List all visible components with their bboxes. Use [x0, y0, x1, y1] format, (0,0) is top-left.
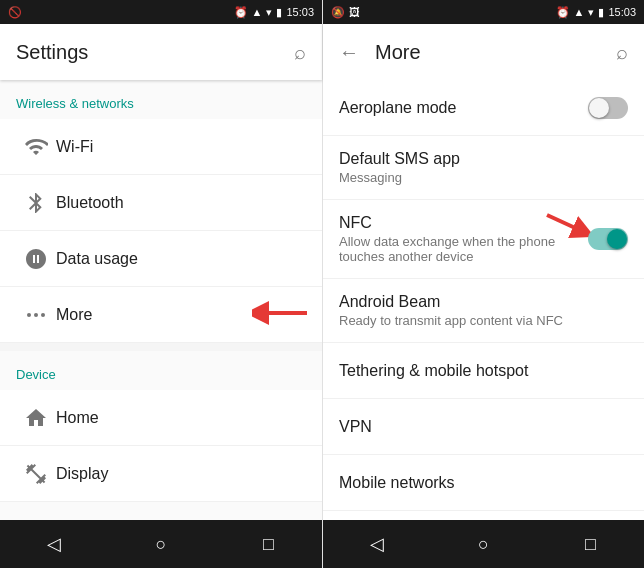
settings-item-mobile[interactable]: Mobile networks	[323, 455, 644, 511]
home-label: Home	[56, 409, 99, 427]
left-nav-bar: ◁ ○ □	[0, 520, 322, 568]
left-status-bar: 🚫 ⏰ ▲ ▾ ▮ 15:03	[0, 0, 322, 24]
menu-item-bluetooth[interactable]: Bluetooth	[0, 175, 322, 231]
settings-item-beam[interactable]: Android Beam Ready to transmit app conte…	[323, 279, 644, 343]
display-label: Display	[56, 465, 108, 483]
sms-title: Default SMS app	[339, 150, 628, 168]
more-label: More	[56, 306, 92, 324]
right-panel: 🔕 🖼 ⏰ ▲ ▾ ▮ 15:03 ← More ⌕ Aeroplane mod…	[322, 0, 644, 568]
menu-item-display[interactable]: Display	[0, 446, 322, 502]
left-content: Wireless & networks Wi-Fi Bluetooth	[0, 80, 322, 520]
right-signal-icon: ▲	[574, 6, 585, 18]
right-recents-nav-btn[interactable]: □	[567, 520, 615, 568]
sms-subtitle: Messaging	[339, 170, 628, 185]
menu-item-data[interactable]: Data usage	[0, 231, 322, 287]
signal-icon: ▲	[252, 6, 263, 18]
right-img-icon: 🖼	[349, 6, 360, 18]
beam-title: Android Beam	[339, 293, 628, 311]
aeroplane-toggle-knob	[589, 98, 609, 118]
settings-item-nfc[interactable]: NFC Allow data exchange when the phone t…	[323, 200, 644, 279]
right-nav-bar: ◁ ○ □	[323, 520, 644, 568]
data-usage-label: Data usage	[56, 250, 138, 268]
menu-item-more[interactable]: More	[0, 287, 322, 343]
page-title: Settings	[16, 41, 294, 64]
time-right: 15:03	[608, 6, 636, 18]
more-dots-icon	[16, 303, 56, 327]
back-nav-btn[interactable]: ◁	[30, 520, 78, 568]
right-wifi-icon: ▾	[588, 6, 594, 19]
left-toolbar: Settings ⌕	[0, 24, 322, 80]
svg-point-2	[41, 313, 45, 317]
nfc-toggle-knob	[607, 229, 627, 249]
right-phone-icon: 🔕	[331, 6, 345, 19]
tethering-title: Tethering & mobile hotspot	[339, 362, 628, 380]
settings-item-sms[interactable]: Default SMS app Messaging	[323, 136, 644, 200]
display-icon	[16, 462, 56, 486]
mobile-title: Mobile networks	[339, 474, 628, 492]
menu-item-home[interactable]: Home	[0, 390, 322, 446]
left-panel: 🚫 ⏰ ▲ ▾ ▮ 15:03 Settings ⌕ Wireless & ne…	[0, 0, 322, 568]
search-button[interactable]: ⌕	[294, 41, 306, 64]
divider-1	[0, 343, 322, 351]
bluetooth-icon	[16, 191, 56, 215]
svg-line-6	[547, 215, 584, 232]
settings-item-aeroplane[interactable]: Aeroplane mode	[323, 80, 644, 136]
data-usage-icon	[16, 247, 56, 271]
wifi-icon	[16, 135, 56, 159]
right-toolbar: ← More ⌕	[323, 24, 644, 80]
wifi-status-icon: ▾	[266, 6, 272, 19]
svg-point-1	[34, 313, 38, 317]
right-search-button[interactable]: ⌕	[616, 41, 628, 64]
recents-nav-btn[interactable]: □	[244, 520, 292, 568]
alarm-icon: ⏰	[234, 6, 248, 19]
vpn-title: VPN	[339, 418, 628, 436]
svg-point-0	[27, 313, 31, 317]
battery-icon: ▮	[276, 6, 282, 19]
right-back-nav-btn[interactable]: ◁	[353, 520, 401, 568]
section-wireless: Wireless & networks	[0, 80, 322, 119]
menu-item-wifi[interactable]: Wi-Fi	[0, 119, 322, 175]
bluetooth-label: Bluetooth	[56, 194, 124, 212]
wifi-label: Wi-Fi	[56, 138, 93, 156]
section-device: Device	[0, 351, 322, 390]
back-button[interactable]: ←	[339, 41, 359, 64]
aeroplane-toggle[interactable]	[588, 97, 628, 119]
home-nav-btn[interactable]: ○	[137, 520, 185, 568]
right-battery-icon: ▮	[598, 6, 604, 19]
settings-item-vpn[interactable]: VPN	[323, 399, 644, 455]
beam-subtitle: Ready to transmit app content via NFC	[339, 313, 628, 328]
time-left: 15:03	[286, 6, 314, 18]
right-home-nav-btn[interactable]: ○	[460, 520, 508, 568]
right-alarm-icon: ⏰	[556, 6, 570, 19]
right-status-bar: 🔕 🖼 ⏰ ▲ ▾ ▮ 15:03	[323, 0, 644, 24]
right-page-title: More	[375, 41, 600, 64]
settings-item-emergency[interactable]: Emergency broadcasts	[323, 511, 644, 520]
settings-item-tethering[interactable]: Tethering & mobile hotspot	[323, 343, 644, 399]
nfc-toggle[interactable]	[588, 228, 628, 250]
red-arrow-left	[252, 298, 312, 332]
red-arrow-right	[542, 210, 592, 244]
phone-icon: 🚫	[8, 6, 22, 19]
aeroplane-title: Aeroplane mode	[339, 99, 588, 117]
settings-list: Aeroplane mode Default SMS app Messaging…	[323, 80, 644, 520]
home-icon	[16, 406, 56, 430]
